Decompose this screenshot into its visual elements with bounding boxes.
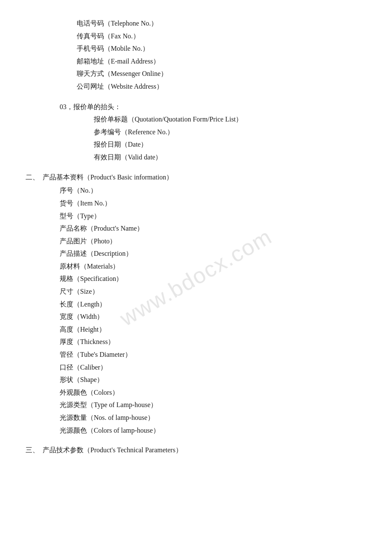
list-item: 邮箱地址（E-mail Address） (77, 55, 366, 68)
section03-items: 报价单标题（Quotation/Quotation Form/Price Lis… (60, 113, 366, 163)
list-item: 管径（Tube's Diameter） (60, 348, 366, 361)
list-item: 规格（Specification） (60, 272, 366, 285)
section3-title: 产品技术参数（Product's Technical Parameters） (43, 444, 182, 457)
contact-items-block: 电话号码（Telephone No.） 传真号码（Fax No.） 手机号码（M… (26, 17, 366, 93)
list-item: 报价单标题（Quotation/Quotation Form/Price Lis… (94, 113, 366, 126)
list-item: 高度（Height） (60, 323, 366, 336)
list-item: 口径（Caliber） (60, 361, 366, 374)
section03-header: 03，报价单的抬头： (60, 101, 366, 113)
section2-block: 二、 产品基本资料（Product's Basic information） 序… (26, 171, 366, 437)
list-item: 货号（Item No.） (60, 197, 366, 210)
list-item: 电话号码（Telephone No.） (77, 17, 366, 30)
section2-items: 序号（No.） 货号（Item No.） 型号（Type） 产品名称（Produ… (26, 184, 366, 436)
list-item: 尺寸（Size） (60, 285, 366, 298)
list-item: 有效日期（Valid date） (94, 151, 366, 164)
list-item: 形状（Shape） (60, 373, 366, 386)
list-item: 聊天方式（Messenger Online） (77, 67, 366, 80)
list-item: 光源数量（Nos. of lamp-house） (60, 411, 366, 424)
list-item: 原材料（Materials） (60, 260, 366, 273)
list-item: 参考编号（Reference No.） (94, 126, 366, 139)
list-item: 厚度（Thickness） (60, 335, 366, 348)
list-item: 报价日期（Date） (94, 138, 366, 151)
list-item: 型号（Type） (60, 210, 366, 223)
section2-num: 二、 (26, 171, 43, 184)
list-item: 长度（Length） (60, 298, 366, 311)
list-item: 序号（No.） (60, 184, 366, 197)
list-item: 宽度（Width） (60, 310, 366, 323)
section3-block: 三、 产品技术参数（Product's Technical Parameters… (26, 444, 366, 457)
section2-title: 产品基本资料（Product's Basic information） (43, 171, 173, 184)
list-item: 传真号码（Fax No.） (77, 30, 366, 43)
list-item: 产品名称（Product's Name） (60, 222, 366, 235)
list-item: 光源颜色（Colors of lamp-house） (60, 424, 366, 437)
list-item: 产品描述（Description） (60, 247, 366, 260)
section03-block: 03，报价单的抬头： 报价单标题（Quotation/Quotation For… (26, 101, 366, 164)
section3-num: 三、 (26, 444, 43, 457)
list-item: 外观颜色（Colors） (60, 386, 366, 399)
list-item: 光源类型（Type of Lamp-house） (60, 399, 366, 411)
list-item: 产品图片（Photo） (60, 235, 366, 248)
list-item: 公司网址（Website Address） (77, 80, 366, 93)
section2-header: 二、 产品基本资料（Product's Basic information） (26, 171, 366, 184)
list-item: 手机号码（Mobile No.） (77, 42, 366, 55)
